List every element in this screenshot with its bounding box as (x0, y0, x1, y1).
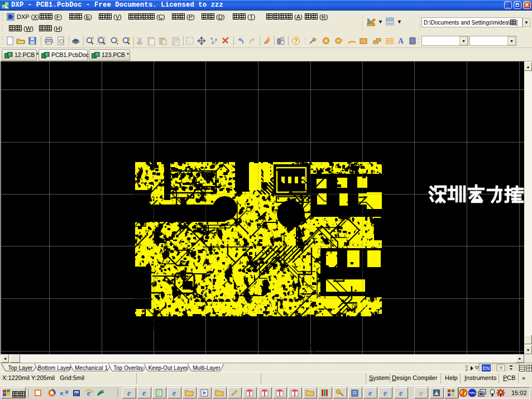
svg-text:Mechanical 1: Mechanical 1 (75, 365, 108, 371)
svg-text:EN: EN (483, 365, 490, 371)
svg-text:e: e (142, 389, 146, 397)
svg-text:Top Layer: Top Layer (8, 365, 33, 371)
svg-text:e: e (419, 389, 423, 397)
svg-text:?: ? (499, 365, 502, 371)
svg-text:?: ? (294, 37, 298, 44)
svg-text:Multi-Layer: Multi-Layer (193, 365, 221, 371)
svg-text:Bottom Layer: Bottom Layer (38, 365, 71, 371)
svg-text:e: e (368, 389, 372, 397)
svg-text:A: A (398, 37, 404, 45)
svg-text:e: e (399, 389, 402, 397)
svg-text:Keep-Out Layer: Keep-Out Layer (148, 365, 188, 371)
svg-text:e: e (172, 389, 176, 397)
svg-text:Top Overlay: Top Overlay (113, 365, 143, 371)
svg-text:e: e (384, 389, 387, 397)
svg-text:e: e (127, 389, 131, 397)
